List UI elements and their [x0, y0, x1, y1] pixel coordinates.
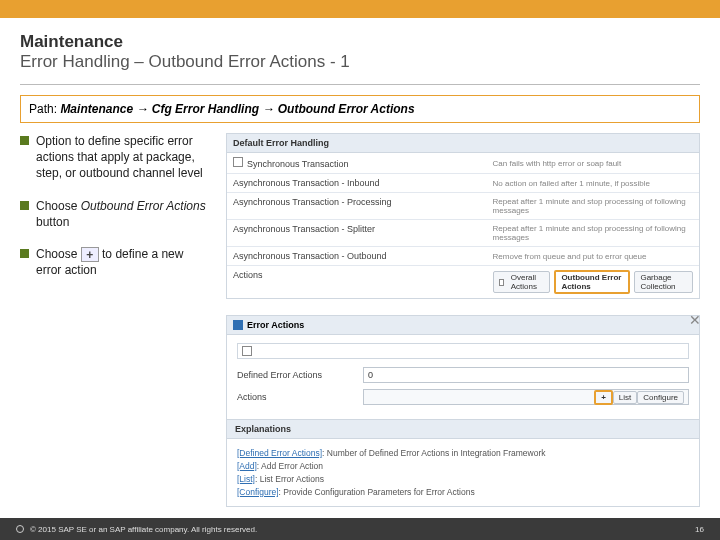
list-button[interactable]: List: [613, 391, 637, 404]
explanation-item: [Add]: Add Error Action: [237, 461, 689, 471]
bullet-text: Choose: [36, 199, 81, 213]
square-icon: [233, 157, 243, 167]
explanations-body: [Defined Error Actions]: Number of Defin…: [227, 439, 699, 506]
copyright-text: © 2015 SAP SE or an SAP affiliate compan…: [30, 525, 257, 534]
tab-outbound-error-actions[interactable]: Outbound Error Actions: [554, 270, 630, 294]
dialog-title: Error Actions: [247, 320, 304, 330]
bullet-text: button: [36, 215, 69, 229]
row-desc: Remove from queue and put to error queue: [487, 247, 699, 265]
table-row: Asynchronous Transaction - Inbound No ac…: [227, 174, 699, 193]
field-label: Actions: [237, 392, 357, 402]
row-label: Asynchronous Transaction - Splitter: [227, 220, 487, 246]
breadcrumb-label: Path:: [29, 102, 57, 116]
row-desc: Repeat after 1 minute and stop processin…: [487, 220, 699, 246]
page-number: 16: [695, 525, 704, 534]
field-label: Defined Error Actions: [237, 370, 357, 380]
dialog-icon: [233, 320, 243, 330]
brand-top-bar: [0, 0, 720, 18]
row-label: Synchronous Transaction: [247, 159, 349, 169]
tab-overall-actions[interactable]: Overall Actions: [493, 271, 551, 293]
bullet-item: Choose + to define a new error action: [20, 246, 210, 279]
explanation-item: [List]: List Error Actions: [237, 474, 689, 484]
explanations-header: Explanations: [227, 419, 699, 439]
bullet-text: Choose: [36, 247, 81, 261]
table-row: Asynchronous Transaction - Processing Re…: [227, 193, 699, 220]
square-icon: [242, 346, 252, 356]
square-icon: [499, 279, 504, 286]
page-subtitle: Error Handling – Outbound Error Actions …: [20, 52, 700, 72]
bullet-item: Choose Outbound Error Actions button: [20, 198, 210, 230]
error-actions-dialog: ✕ Error Actions Defined Error Actions 0 …: [226, 315, 700, 507]
table-row: Asynchronous Transaction - Outbound Remo…: [227, 247, 699, 266]
form-row: Actions + List Configure: [237, 389, 689, 405]
actions-row: Actions Overall Actions Outbound Error A…: [227, 266, 699, 298]
add-button[interactable]: +: [594, 390, 613, 405]
header-rule: [20, 84, 700, 85]
explanation-item: [Defined Error Actions]: Number of Defin…: [237, 448, 689, 458]
row-desc: Can fails with http error or soap fault: [487, 153, 699, 173]
row-label: Asynchronous Transaction - Processing: [227, 193, 487, 219]
breadcrumb-value: Maintenance → Cfg Error Handling → Outbo…: [60, 102, 414, 116]
row-label: Asynchronous Transaction - Outbound: [227, 247, 487, 265]
copyright-icon: [16, 525, 24, 533]
row-desc: No action on failed after 1 minute, if p…: [487, 174, 699, 192]
table-row: Synchronous Transaction Can fails with h…: [227, 153, 699, 174]
actions-toolbar: + List Configure: [363, 389, 689, 405]
explanation-item: [Configure]: Provide Configuration Param…: [237, 487, 689, 497]
tab-garbage-collection[interactable]: Garbage Collection: [634, 271, 693, 293]
row-label: Asynchronous Transaction - Inbound: [227, 174, 487, 192]
configure-button[interactable]: Configure: [637, 391, 684, 404]
bullet-list: Option to define specific error actions …: [20, 133, 210, 507]
panel-title: Default Error Handling: [227, 134, 699, 153]
form-row: Defined Error Actions 0: [237, 367, 689, 383]
slide-header: Maintenance Error Handling – Outbound Er…: [0, 18, 720, 78]
close-icon[interactable]: ✕: [689, 312, 701, 328]
bullet-item: Option to define specific error actions …: [20, 133, 210, 182]
breadcrumb: Path: Maintenance → Cfg Error Handling →…: [20, 95, 700, 123]
row-desc: Repeat after 1 minute and stop processin…: [487, 193, 699, 219]
plus-icon: +: [81, 247, 99, 262]
defined-error-actions-field[interactable]: 0: [363, 367, 689, 383]
row-label: Actions: [227, 266, 487, 298]
bullet-text-emph: Outbound Error Actions: [81, 199, 206, 213]
page-title: Maintenance: [20, 32, 700, 52]
slide-footer: © 2015 SAP SE or an SAP affiliate compan…: [0, 518, 720, 540]
default-error-handling-panel: Default Error Handling Synchronous Trans…: [226, 133, 700, 299]
table-row: Asynchronous Transaction - Splitter Repe…: [227, 220, 699, 247]
